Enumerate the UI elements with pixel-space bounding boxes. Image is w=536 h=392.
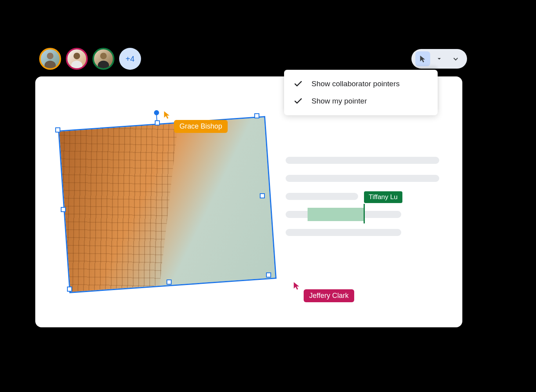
pointer-tool-button[interactable] <box>415 51 430 66</box>
svg-point-2 <box>74 53 80 59</box>
text-line-placeholder <box>286 157 439 164</box>
pointer-cursor-icon <box>293 281 301 290</box>
text-line-placeholder <box>286 175 439 182</box>
pointer-tool-icon <box>419 55 427 63</box>
chevron-down-button[interactable] <box>448 51 463 66</box>
selected-image-container <box>64 116 272 284</box>
check-icon <box>293 79 303 89</box>
avatar-user-1[interactable] <box>39 48 61 70</box>
text-selection-highlight <box>308 208 364 221</box>
svg-point-4 <box>100 53 107 59</box>
text-line-placeholder <box>286 193 358 200</box>
selection-handle-tm[interactable] <box>155 120 160 125</box>
menu-item-label: Show my pointer <box>311 97 367 105</box>
chevron-down-icon <box>453 56 459 62</box>
collaborator-pointer-jeffery: Jeffery Clark <box>293 281 354 302</box>
selection-handle-tl[interactable] <box>55 127 60 132</box>
avatar-user-3[interactable] <box>92 48 114 70</box>
avatar-overflow-count[interactable]: +4 <box>119 48 141 70</box>
selection-handle-mr[interactable] <box>260 193 265 198</box>
rotation-handle[interactable] <box>154 110 159 115</box>
svg-point-0 <box>47 53 54 59</box>
svg-point-5 <box>98 61 109 68</box>
pointer-label: Grace Bishop <box>174 120 228 133</box>
selection-handle-br[interactable] <box>266 272 271 278</box>
text-cursor-caret <box>364 204 365 223</box>
dropdown-caret-button[interactable] <box>432 51 447 66</box>
selection-handle-bm[interactable] <box>167 279 172 285</box>
selection-handle-ml[interactable] <box>61 207 66 212</box>
selection-handle-tr[interactable] <box>254 113 259 118</box>
menu-show-my-pointer[interactable]: Show my pointer <box>284 93 438 110</box>
pointer-label: Jeffery Clark <box>304 289 354 302</box>
collaborator-pointer-grace: Grace Bishop <box>163 111 228 133</box>
cursor-label-tiffany: Tiffany Lu <box>364 191 402 203</box>
pointer-options-menu: Show collaborator pointers Show my point… <box>284 70 438 115</box>
collaborator-avatars: +4 <box>39 48 141 70</box>
text-line-placeholder <box>286 229 401 236</box>
menu-show-collaborator-pointers[interactable]: Show collaborator pointers <box>284 75 438 93</box>
check-icon <box>293 96 303 106</box>
svg-point-3 <box>71 61 83 68</box>
caret-down-icon <box>437 56 442 61</box>
selected-building-image[interactable] <box>58 116 277 293</box>
svg-point-1 <box>45 61 56 68</box>
avatar-user-2[interactable] <box>66 48 88 70</box>
menu-item-label: Show collaborator pointers <box>311 80 400 88</box>
pointer-cursor-icon <box>163 111 172 119</box>
selection-handle-bl[interactable] <box>67 287 72 292</box>
pointer-toolbar <box>411 49 467 69</box>
